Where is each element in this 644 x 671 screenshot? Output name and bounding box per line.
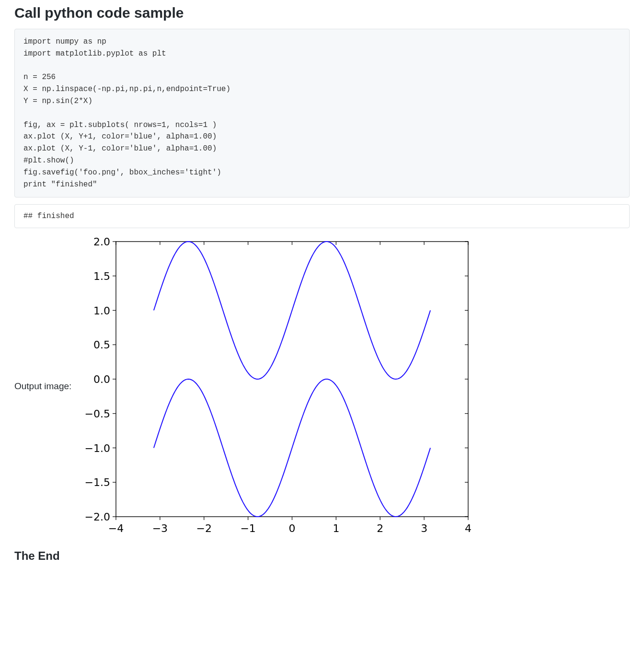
output-image-label: Output image: [14, 381, 71, 392]
svg-text:2.0: 2.0 [93, 236, 110, 248]
output-image-row: Output image: −4−3−2−101234−2.0−1.5−1.0−… [14, 233, 630, 540]
svg-text:−2: −2 [196, 522, 212, 534]
svg-text:−3: −3 [152, 522, 168, 534]
svg-text:−0.5: −0.5 [85, 408, 110, 420]
svg-text:−2.0: −2.0 [85, 511, 110, 523]
svg-text:−1.0: −1.0 [85, 442, 110, 454]
chart-frame [116, 242, 468, 517]
series-sin(2x)+1 [154, 242, 430, 379]
svg-text:1.5: 1.5 [93, 270, 110, 282]
x-axis: −4−3−2−101234 [108, 242, 472, 534]
section-heading: Call python code sample [14, 5, 630, 21]
svg-text:−1: −1 [241, 522, 256, 534]
svg-text:2: 2 [377, 522, 384, 534]
page-root: Call python code sample import numpy as … [0, 5, 644, 582]
output-text-block: ## finished [14, 204, 630, 228]
svg-text:−1.5: −1.5 [85, 477, 110, 489]
svg-text:0: 0 [289, 522, 296, 534]
series-sin(2x)-1 [154, 379, 430, 517]
svg-text:4: 4 [465, 522, 472, 534]
svg-text:−4: −4 [108, 522, 124, 534]
svg-text:1.0: 1.0 [93, 305, 110, 317]
svg-text:0.5: 0.5 [93, 339, 110, 351]
svg-text:0.0: 0.0 [93, 373, 110, 385]
end-heading: The End [14, 549, 630, 563]
svg-text:1: 1 [333, 522, 340, 534]
code-block: import numpy as np import matplotlib.pyp… [14, 29, 630, 197]
svg-text:3: 3 [421, 522, 427, 534]
output-chart: −4−3−2−101234−2.0−1.5−1.0−0.50.00.51.01.… [80, 233, 478, 540]
y-axis: −2.0−1.5−1.0−0.50.00.51.01.52.0 [85, 236, 468, 523]
